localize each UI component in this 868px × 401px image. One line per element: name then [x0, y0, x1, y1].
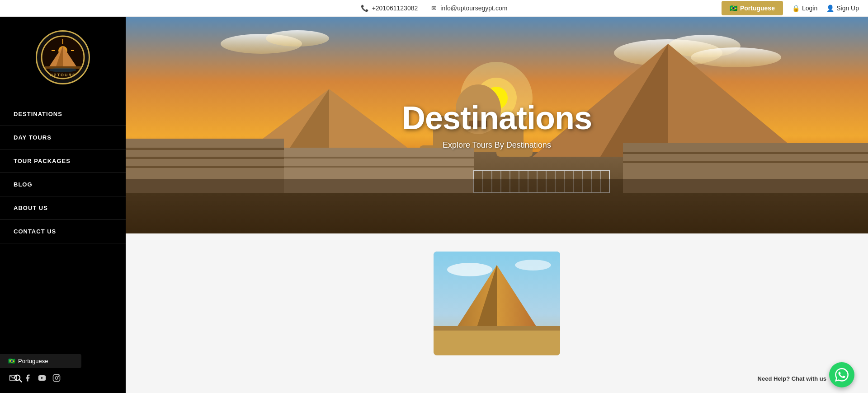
sidebar-nav: DESTINATIONS DAY TOURS TOUR PACKAGES BLO… — [0, 103, 126, 366]
whatsapp-icon — [835, 368, 849, 382]
destination-card[interactable] — [434, 252, 560, 355]
brazil-flag-icon: 🇧🇷 — [730, 5, 737, 12]
svg-rect-70 — [434, 326, 560, 331]
svg-rect-44 — [284, 166, 474, 168]
svg-point-18 — [58, 376, 59, 377]
instagram-icon[interactable] — [52, 374, 61, 384]
content-area: Destinations Explore Tours By Destinatio… — [126, 17, 868, 393]
lock-icon: 🔒 — [792, 5, 800, 12]
user-icon: 👤 — [826, 5, 834, 12]
login-label: Login — [802, 5, 817, 12]
svg-rect-41 — [126, 166, 284, 168]
logo-svg: UPTOURS — [40, 35, 85, 80]
whatsapp-button[interactable] — [829, 362, 854, 387]
svg-point-27 — [266, 30, 329, 47]
svg-point-66 — [515, 260, 551, 270]
sidebar-logo-area: UPTOURS — [0, 17, 126, 93]
svg-rect-43 — [284, 157, 474, 159]
svg-rect-63 — [126, 179, 868, 233]
sidebar: UPTOURS DESTINATIONS DAY TOURS TOUR PACK… — [0, 17, 126, 393]
need-help-text: Need Help? Chat with us — [758, 375, 826, 382]
phone-number: +201061123082 — [372, 5, 418, 12]
destinations-section — [126, 233, 868, 393]
main-layout: UPTOURS DESTINATIONS DAY TOURS TOUR PACK… — [0, 17, 868, 393]
signup-link[interactable]: 👤 Sign Up — [826, 5, 859, 12]
svg-rect-16 — [53, 375, 60, 382]
svg-point-9 — [49, 68, 76, 72]
sidebar-lang-label: Portuguese — [18, 358, 48, 364]
sidebar-item-about-us[interactable]: ABOUT US — [0, 196, 126, 220]
phone-item: 📞 +201061123082 — [361, 5, 418, 12]
contact-info: 📞 +201061123082 ✉ info@uptoursegypt.com — [361, 5, 508, 12]
hero-title: Destinations — [402, 100, 592, 136]
logo-circle[interactable]: UPTOURS — [36, 30, 90, 84]
svg-text:UPTOURS: UPTOURS — [50, 73, 76, 77]
svg-point-17 — [55, 377, 58, 379]
language-button[interactable]: 🇧🇷 Portuguese — [722, 1, 783, 15]
login-link[interactable]: 🔒 Login — [792, 5, 817, 12]
svg-rect-47 — [623, 161, 868, 163]
phone-icon: 📞 — [361, 5, 368, 12]
language-label: Portuguese — [740, 5, 775, 12]
sidebar-social — [0, 369, 126, 388]
email-address: info@uptoursegypt.com — [440, 5, 507, 12]
top-bar: 📞 +201061123082 ✉ info@uptoursegypt.com … — [0, 0, 868, 17]
destination-card-image — [434, 252, 560, 355]
hero-section: Destinations Explore Tours By Destinatio… — [126, 17, 868, 233]
svg-point-25 — [691, 47, 781, 67]
email-social-icon[interactable] — [9, 374, 17, 384]
sidebar-item-contact-us[interactable]: CONTACT US — [0, 220, 126, 243]
youtube-icon[interactable] — [38, 374, 46, 384]
svg-rect-46 — [623, 152, 868, 154]
brazil-flag-icon-sidebar: 🇧🇷 — [8, 358, 15, 364]
sidebar-item-day-tours[interactable]: DAY TOURS — [0, 126, 126, 149]
hero-text-container: Destinations Explore Tours By Destinatio… — [402, 100, 592, 150]
signup-label: Sign Up — [836, 5, 859, 12]
svg-point-65 — [447, 263, 492, 276]
sidebar-item-destinations[interactable]: DESTINATIONS — [0, 103, 126, 126]
svg-rect-40 — [126, 157, 284, 159]
email-icon: ✉ — [431, 5, 437, 12]
sidebar-item-tour-packages[interactable]: TOUR PACKAGES — [0, 149, 126, 173]
sidebar-item-blog[interactable]: BLOG — [0, 173, 126, 196]
chat-cta: Chat with us — [792, 375, 826, 382]
hero-subtitle: Explore Tours By Destinations — [402, 140, 592, 150]
svg-rect-39 — [126, 148, 284, 150]
email-item: ✉ info@uptoursegypt.com — [431, 5, 507, 12]
facebook-icon[interactable] — [24, 374, 32, 384]
sidebar-language-pill[interactable]: 🇧🇷 Portuguese — [0, 354, 81, 368]
top-bar-right: 🇧🇷 Portuguese 🔒 Login 👤 Sign Up — [722, 1, 859, 15]
